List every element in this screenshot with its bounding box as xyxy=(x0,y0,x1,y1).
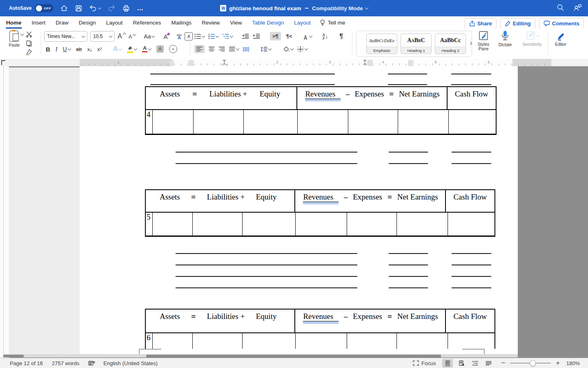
home-quick-icon[interactable] xyxy=(60,4,68,12)
save-icon[interactable] xyxy=(75,4,82,12)
view-print-layout-button[interactable] xyxy=(442,359,453,368)
table-cell[interactable] xyxy=(348,110,398,134)
multilevel-list-button[interactable] xyxy=(222,34,233,39)
enclose-characters-button[interactable]: A xyxy=(169,45,177,53)
table-cell[interactable] xyxy=(296,333,347,349)
table-cell[interactable] xyxy=(398,110,449,134)
tab-design[interactable]: Design xyxy=(78,18,96,27)
tab-home[interactable]: Home xyxy=(6,18,22,27)
font-size-select[interactable]: 10.5 xyxy=(90,31,115,42)
increase-indent-button[interactable] xyxy=(253,34,260,39)
tab-references[interactable]: References xyxy=(132,18,161,27)
page-indicator[interactable]: Page 12 of 16 xyxy=(10,360,43,366)
tab-draw[interactable]: Draw xyxy=(55,18,69,27)
more-commands-icon[interactable]: … xyxy=(137,4,144,12)
word-count[interactable]: 2757 words xyxy=(52,360,79,366)
zoom-slider-knob[interactable] xyxy=(530,360,536,366)
table-cell[interactable] xyxy=(153,333,193,349)
table-column-marker[interactable] xyxy=(169,60,174,66)
table-cell[interactable] xyxy=(448,333,494,349)
shading-button[interactable] xyxy=(283,46,293,52)
tab-mailings[interactable]: Mailings xyxy=(171,18,192,27)
table-cell[interactable] xyxy=(193,333,243,349)
autosave-toggle[interactable]: OFF xyxy=(35,4,53,12)
ltr-paragraph-button[interactable]: >¶ xyxy=(270,32,281,40)
format-painter-button[interactable] xyxy=(25,49,32,56)
sort-button[interactable]: AZ↓ xyxy=(323,33,328,40)
font-color-button[interactable]: A xyxy=(142,46,151,53)
table-column-marker[interactable] xyxy=(368,60,372,66)
accounting-table-4[interactable]: Assets = Liabilities + Equity Revenues –… xyxy=(145,86,497,135)
table-cell[interactable] xyxy=(347,213,397,236)
font-name-select[interactable]: Times New... xyxy=(44,31,87,42)
table-cell[interactable] xyxy=(243,213,296,236)
horizontal-scrollbar-left-piece[interactable] xyxy=(3,354,24,357)
comments-button[interactable]: Comments xyxy=(539,18,584,29)
rtl-paragraph-button[interactable]: ¶< xyxy=(285,32,294,40)
table-cell[interactable] xyxy=(243,333,296,349)
view-web-layout-button[interactable] xyxy=(456,359,467,368)
align-center-button[interactable] xyxy=(209,47,215,52)
style-emphasis[interactable]: AaBbCcDdEe Emphasis xyxy=(366,34,397,54)
italic-button[interactable]: I xyxy=(56,46,58,53)
table-cell[interactable] xyxy=(244,110,298,134)
bullets-button[interactable] xyxy=(194,34,205,39)
table-cell[interactable] xyxy=(449,110,496,134)
presence-people-icon[interactable] xyxy=(573,4,582,13)
phonetic-guide-button[interactable]: abcA xyxy=(176,34,182,39)
horizontal-scrollbar[interactable] xyxy=(9,354,518,357)
line-spacing-button[interactable] xyxy=(261,47,271,52)
character-border-button[interactable]: A xyxy=(185,32,193,40)
shrink-font-button[interactable]: A xyxy=(129,34,136,40)
asian-layout-button[interactable]: ↔A xyxy=(304,33,307,40)
focus-button[interactable]: Focus xyxy=(413,360,436,366)
table-cell[interactable] xyxy=(298,110,348,134)
copy-button[interactable] xyxy=(26,40,32,47)
table-column-marker[interactable] xyxy=(408,60,413,66)
grow-font-button[interactable]: A xyxy=(118,33,126,40)
table-cell[interactable] xyxy=(153,213,193,236)
search-icon[interactable] xyxy=(557,4,564,13)
style-heading2[interactable]: AaBbCc Heading 2 xyxy=(435,34,466,54)
language-indicator[interactable]: English (United States) xyxy=(103,360,158,366)
dictate-button[interactable]: Dictate xyxy=(495,30,515,47)
table-cell[interactable] xyxy=(153,110,194,134)
paste-button[interactable]: Paste xyxy=(4,30,24,47)
highlight-color-button[interactable] xyxy=(127,45,137,53)
table-cell[interactable] xyxy=(448,213,494,236)
tab-view[interactable]: View xyxy=(229,18,242,27)
bold-button[interactable]: B xyxy=(46,46,50,53)
underline-button[interactable]: U xyxy=(63,46,71,52)
cut-button[interactable] xyxy=(26,31,32,38)
subscript-button[interactable]: x₂ xyxy=(87,46,92,52)
view-outline-button[interactable] xyxy=(470,359,480,368)
change-case-button[interactable]: Aa xyxy=(144,33,154,40)
editor-button[interactable]: Editor xyxy=(550,30,571,47)
justify-button[interactable] xyxy=(229,47,239,52)
table-cell[interactable] xyxy=(397,333,448,349)
align-right-button[interactable] xyxy=(219,47,225,52)
superscript-button[interactable]: x² xyxy=(97,46,102,52)
tab-review[interactable]: Review xyxy=(201,18,220,27)
table-cell[interactable] xyxy=(194,110,244,134)
table-cell[interactable] xyxy=(347,333,397,349)
style-heading1[interactable]: AaBbC Heading 1 xyxy=(401,34,432,54)
horizontal-ruler[interactable]: 1 2 3 4 5 6 xyxy=(0,59,588,67)
print-icon[interactable] xyxy=(122,4,130,12)
zoom-level[interactable]: 180% xyxy=(566,360,580,366)
table-cell[interactable] xyxy=(397,213,448,236)
share-button[interactable]: Share xyxy=(465,18,497,29)
document-page[interactable]: Assets = Liabilities + Equity Revenues –… xyxy=(80,66,518,354)
numbering-button[interactable] xyxy=(208,34,218,39)
table-column-marker[interactable] xyxy=(189,60,194,66)
zoom-in-button[interactable]: + xyxy=(556,359,559,367)
zoom-out-button[interactable]: − xyxy=(501,361,505,365)
tab-table-layout[interactable]: Layout xyxy=(294,18,311,27)
tab-insert[interactable]: Insert xyxy=(31,18,46,27)
table-cell[interactable] xyxy=(193,213,243,236)
tell-me-button[interactable]: Tell me xyxy=(320,19,345,26)
undo-dropdown-chevron[interactable] xyxy=(98,6,101,9)
distribute-text-button[interactable] xyxy=(243,47,249,52)
proofing-status-icon[interactable] xyxy=(88,360,95,366)
tab-table-design[interactable]: Table Design xyxy=(252,18,284,27)
